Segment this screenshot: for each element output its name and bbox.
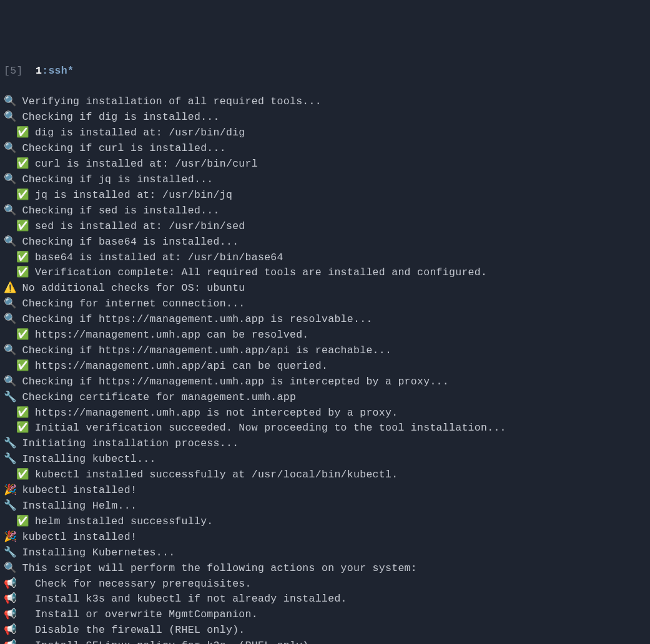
terminal-line: ⚠️ No additional checks for OS: ubuntu <box>0 281 650 296</box>
line-text: Checking if jq is installed... <box>16 173 213 185</box>
line-text: kubectl installed successfully at /usr/l… <box>29 469 398 481</box>
line-text: Checking if curl is installed... <box>16 142 226 154</box>
line-icon: 🔧 <box>4 545 16 561</box>
terminal-line: ✅ https://management.umh.app/api can be … <box>0 359 650 374</box>
line-icon: ✅ <box>16 265 28 281</box>
line-icon: 🔍 <box>4 141 16 157</box>
line-icon: 📢 <box>4 607 16 623</box>
line-icon: 📢 <box>4 638 16 644</box>
terminal-line: 🔍 Checking if base64 is installed... <box>0 235 650 250</box>
terminal-line: ✅ helm installed successfully. <box>0 514 650 530</box>
line-icon: 🔍 <box>4 374 16 390</box>
terminal-line: ✅ sed is installed at: /usr/bin/sed <box>0 219 650 235</box>
line-icon: ⚠️ <box>4 281 16 296</box>
terminal-line: ✅ https://management.umh.app is not inte… <box>0 406 650 421</box>
terminal-line: 🎉 kubectl installed! <box>0 530 650 545</box>
line-icon: ✅ <box>16 467 28 483</box>
terminal-line: 🔧 Installing Kubernetes... <box>0 545 650 561</box>
status-tab-label: :ssh* <box>42 65 74 77</box>
line-icon: 🎉 <box>4 483 16 499</box>
line-icon: ✅ <box>16 250 28 266</box>
status-bracket-close: ] <box>16 65 22 77</box>
terminal-line: 🔧 Checking certificate for management.um… <box>0 390 650 406</box>
terminal-line: 📢 Disable the firewall (RHEL only). <box>0 623 650 638</box>
line-icon: 🔍 <box>4 94 16 110</box>
line-text: This script will perform the following a… <box>16 562 417 574</box>
line-icon: 📢 <box>4 577 16 592</box>
terminal-line: ✅ Initial verification succeeded. Now pr… <box>0 421 650 436</box>
line-text: kubectl installed! <box>16 531 137 543</box>
line-icon: 🔍 <box>4 561 16 577</box>
line-icon: ✅ <box>16 328 28 343</box>
line-icon: 🔍 <box>4 110 16 125</box>
line-icon: 🔍 <box>4 312 16 328</box>
terminal-line: ✅ base64 is installed at: /usr/bin/base6… <box>0 250 650 266</box>
line-text: Initiating installation process... <box>16 437 239 449</box>
line-icon: 🔧 <box>4 436 16 452</box>
line-text: jq is installed at: /usr/bin/jq <box>29 189 232 201</box>
terminal-line: 📢 Install or overwrite MgmtCompanion. <box>0 607 650 623</box>
line-icon: 🔍 <box>4 235 16 250</box>
line-text: Checking for internet connection... <box>16 298 245 310</box>
status-bracket-open: [ <box>4 65 10 77</box>
line-icon: ✅ <box>16 219 28 235</box>
line-text: Checking if https://management.umh.app/a… <box>16 344 391 356</box>
line-icon: ✅ <box>16 406 28 421</box>
line-text: No additional checks for OS: ubuntu <box>16 282 245 294</box>
line-text: kubectl installed! <box>16 484 137 496</box>
line-text: Verification complete: All required tool… <box>29 266 488 278</box>
status-window-number: 5 <box>10 65 16 77</box>
line-text: dig is installed at: /usr/bin/dig <box>29 127 245 139</box>
line-icon: ✅ <box>16 125 28 141</box>
terminal-line: ✅ jq is installed at: /usr/bin/jq <box>0 188 650 203</box>
line-text: Installing kubectl... <box>16 453 155 465</box>
terminal-line: 🔍 This script will perform the following… <box>0 561 650 577</box>
terminal-line: ✅ dig is installed at: /usr/bin/dig <box>0 125 650 141</box>
line-text: Checking if sed is installed... <box>16 205 219 217</box>
terminal-line: 🔍 Checking if jq is installed... <box>0 172 650 188</box>
terminal-line: 🎉 kubectl installed! <box>0 483 650 499</box>
line-text: Check for necessary prerequisites. <box>16 578 251 590</box>
terminal-line: 📢 Check for necessary prerequisites. <box>0 577 650 592</box>
line-icon: 🔍 <box>4 203 16 219</box>
terminal-line: 🔍 Checking if https://management.umh.app… <box>0 374 650 390</box>
terminal-line: 🔍 Checking if sed is installed... <box>0 203 650 219</box>
terminal-line: ✅ curl is installed at: /usr/bin/curl <box>0 157 650 172</box>
line-text: Checking if dig is installed... <box>16 111 219 123</box>
terminal-line: 📢 Install k3s and kubectl if not already… <box>0 592 650 607</box>
terminal-line: 🔍 Checking if dig is installed... <box>0 110 650 125</box>
line-text: base64 is installed at: /usr/bin/base64 <box>29 251 283 263</box>
terminal-line: 🔍 Checking if https://management.umh.app… <box>0 343 650 359</box>
line-text: https://management.umh.app/api can be qu… <box>29 360 328 372</box>
line-text: Install k3s and kubectl if not already i… <box>16 593 347 605</box>
terminal-line: 🔍 Checking if curl is installed... <box>0 141 650 157</box>
line-text: Checking certificate for management.umh.… <box>16 391 296 403</box>
line-icon: 🔍 <box>4 172 16 188</box>
line-icon: 🔧 <box>4 452 16 467</box>
terminal-line: 🔍 Checking for internet connection... <box>0 296 650 312</box>
line-icon: ✅ <box>16 188 28 203</box>
line-icon: 🔧 <box>4 390 16 406</box>
line-icon: ✅ <box>16 359 28 374</box>
terminal-line: 🔍 Verifying installation of all required… <box>0 94 650 110</box>
terminal-line: ✅ Verification complete: All required to… <box>0 265 650 281</box>
line-text: Verifying installation of all required t… <box>16 95 322 107</box>
line-icon: ✅ <box>16 421 28 436</box>
terminal-line: 🔧 Installing Helm... <box>0 499 650 514</box>
terminal-line: 📢 Install SELinux policy for k3s. (RHEL … <box>0 638 650 644</box>
line-text: Install or overwrite MgmtCompanion. <box>16 608 258 620</box>
line-text: Checking if https://management.umh.app i… <box>16 376 449 388</box>
line-text: Disable the firewall (RHEL only). <box>16 624 245 636</box>
line-text: Initial verification succeeded. Now proc… <box>29 422 506 434</box>
line-icon: 🎉 <box>4 530 16 545</box>
terminal-output[interactable]: 🔍 Verifying installation of all required… <box>0 94 650 644</box>
terminal-line: 🔧 Initiating installation process... <box>0 436 650 452</box>
line-text: sed is installed at: /usr/bin/sed <box>29 220 245 232</box>
line-icon: ✅ <box>16 157 28 172</box>
status-tab-number: 1 <box>36 65 42 77</box>
line-icon: 🔍 <box>4 296 16 312</box>
line-icon: 🔧 <box>4 499 16 514</box>
line-text: curl is installed at: /usr/bin/curl <box>29 158 258 170</box>
line-text: helm installed successfully. <box>29 515 214 527</box>
line-text: Checking if base64 is installed... <box>16 236 239 248</box>
